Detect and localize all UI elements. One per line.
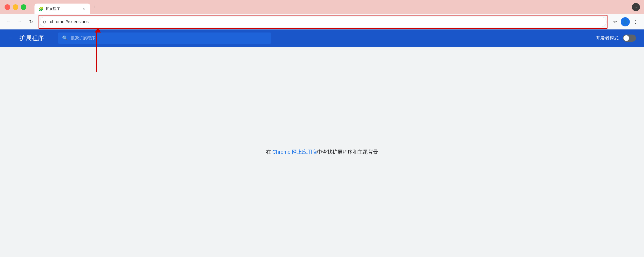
- store-link-text: 在 Chrome 网上应用店中查找扩展程序和主题背景: [266, 149, 378, 155]
- toggle-thumb: [623, 35, 629, 41]
- address-bar[interactable]: ⊙: [40, 17, 606, 27]
- forward-icon: →: [17, 19, 22, 24]
- reload-icon: ↻: [29, 19, 33, 25]
- search-icon: 🔍: [62, 35, 68, 41]
- title-bar: 🧩 扩展程序 × + ⌄: [0, 0, 644, 14]
- extensions-page-title: 扩展程序: [20, 34, 44, 42]
- menu-button[interactable]: ⋮: [631, 17, 640, 26]
- main-content: 在 Chrome 网上应用店中查找扩展程序和主题背景: [0, 47, 644, 257]
- navigation-bar: ← → ↻ ⊙ ☆ 👤 ⋮: [0, 14, 644, 29]
- back-icon: ←: [6, 19, 11, 24]
- store-text-suffix: 中查找扩展程序和主题背景: [317, 149, 378, 155]
- extensions-search-bar[interactable]: 🔍: [58, 33, 271, 44]
- window-controls: [5, 4, 26, 10]
- dev-mode-toggle[interactable]: [623, 35, 636, 42]
- bookmark-button[interactable]: ☆: [611, 17, 620, 26]
- back-button[interactable]: ←: [4, 17, 13, 26]
- extensions-search-input[interactable]: [71, 36, 267, 40]
- tab-extension-icon: 🧩: [39, 7, 44, 11]
- minimize-button[interactable]: [13, 4, 18, 10]
- store-text-prefix: 在: [266, 149, 273, 155]
- url-input[interactable]: [50, 19, 602, 24]
- ext-header-left: ≡ 扩展程序: [8, 34, 44, 42]
- profile-button[interactable]: 👤: [621, 17, 630, 26]
- nav-actions: ☆ 👤 ⋮: [611, 17, 640, 26]
- reload-button[interactable]: ↻: [26, 17, 35, 26]
- chevron-icon: ⌄: [634, 5, 637, 9]
- search-bar-container: 🔍: [58, 33, 271, 44]
- ext-header-right: 开发者模式: [596, 35, 636, 42]
- browser-window: 🧩 扩展程序 × + ⌄ ← → ↻ ⊙: [0, 0, 644, 257]
- forward-button[interactable]: →: [15, 17, 24, 26]
- maximize-button[interactable]: [21, 4, 26, 10]
- extensions-header: ≡ 扩展程序 🔍 开发者模式: [0, 29, 644, 47]
- tab-title: 扩展程序: [46, 7, 79, 11]
- close-button[interactable]: [5, 4, 10, 10]
- bookmark-icon: ☆: [613, 19, 617, 25]
- hamburger-menu-button[interactable]: ≡: [8, 34, 13, 42]
- tab-close-button[interactable]: ×: [81, 6, 86, 11]
- profile-icon: 👤: [622, 19, 628, 25]
- chrome-webstore-link[interactable]: Chrome 网上应用店: [272, 149, 317, 155]
- new-tab-button[interactable]: +: [92, 3, 98, 11]
- menu-icon: ⋮: [633, 19, 638, 25]
- dev-mode-label: 开发者模式: [596, 35, 619, 41]
- hamburger-icon: ≡: [9, 35, 12, 41]
- extensions-tab[interactable]: 🧩 扩展程序 ×: [34, 4, 90, 14]
- chevron-button[interactable]: ⌄: [632, 3, 640, 11]
- site-favicon: ⊙: [43, 19, 46, 24]
- address-bar-container: ⊙: [40, 17, 606, 27]
